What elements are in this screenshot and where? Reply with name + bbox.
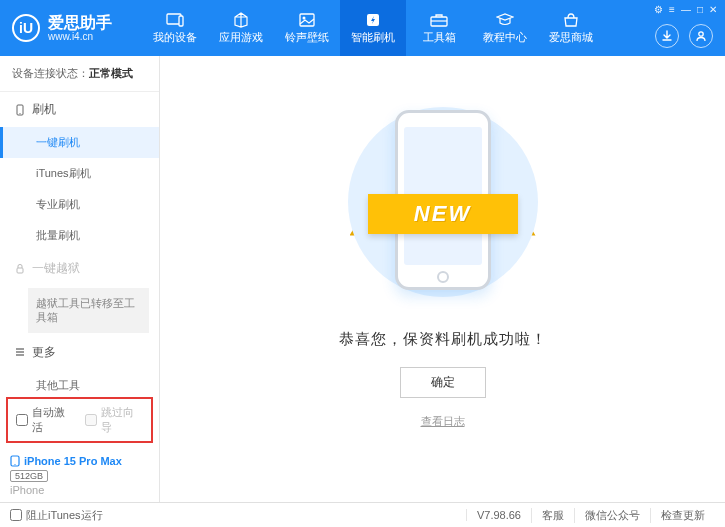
app-name: 爱思助手 [48,15,112,31]
logo-icon: iU [12,14,40,42]
svg-rect-10 [17,268,23,273]
nav-smart-flash[interactable]: 智能刷机 [340,0,406,56]
sidebar-group-jailbreak: 一键越狱 [0,251,159,286]
list-icon [14,346,26,358]
phone-icon [10,455,20,467]
maximize-icon[interactable]: □ [697,4,703,15]
site-url: www.i4.cn [48,31,112,42]
view-log-link[interactable]: 查看日志 [421,414,465,429]
sidebar-group-more[interactable]: 更多 [0,335,159,370]
main-nav: 我的设备 应用游戏 铃声壁纸 智能刷机 工具箱 教程中心 爱思商城 [142,0,604,56]
nav-store[interactable]: 爱思商城 [538,0,604,56]
svg-point-7 [699,32,703,36]
menu-icon[interactable]: ≡ [669,4,675,15]
status-bar: 阻止iTunes运行 V7.98.66 客服 微信公众号 检查更新 [0,502,725,527]
phone-icon [14,104,26,116]
wechat-link[interactable]: 微信公众号 [574,508,650,523]
minimize-icon[interactable]: — [681,4,691,15]
checkbox-block-itunes[interactable]: 阻止iTunes运行 [10,508,103,523]
settings-icon[interactable]: ⚙ [654,4,663,15]
sidebar-item-pro-flash[interactable]: 专业刷机 [0,189,159,220]
sidebar-item-oneclick-flash[interactable]: 一键刷机 [0,127,159,158]
nav-apps-games[interactable]: 应用游戏 [208,0,274,56]
check-update-link[interactable]: 检查更新 [650,508,715,523]
nav-ringtone-wallpaper[interactable]: 铃声壁纸 [274,0,340,56]
nav-my-device[interactable]: 我的设备 [142,0,208,56]
confirm-button[interactable]: 确定 [400,367,486,398]
sidebar-item-batch-flash[interactable]: 批量刷机 [0,220,159,251]
svg-rect-1 [179,16,183,26]
checkbox-auto-activate[interactable]: 自动激活 [16,405,75,435]
svg-point-9 [19,112,20,113]
device-type: iPhone [10,484,149,496]
device-info[interactable]: iPhone 15 Pro Max 512GB iPhone [0,449,159,502]
svg-point-15 [14,464,15,465]
nav-tutorials[interactable]: 教程中心 [472,0,538,56]
download-button[interactable] [655,24,679,48]
sidebar: 设备连接状态：正常模式 刷机 一键刷机 iTunes刷机 专业刷机 批量刷机 一… [0,56,160,502]
success-illustration: NEW [368,102,518,312]
sidebar-item-other-tools[interactable]: 其他工具 [0,370,159,393]
version-label: V7.98.66 [466,509,531,521]
sidebar-group-flash[interactable]: 刷机 [0,92,159,127]
success-message: 恭喜您，保资料刷机成功啦！ [339,330,547,349]
user-button[interactable] [689,24,713,48]
activation-options: 自动激活 跳过向导 [6,397,153,443]
nav-toolbox[interactable]: 工具箱 [406,0,472,56]
logo: iU 爱思助手 www.i4.cn [12,14,142,42]
window-controls: ⚙ ≡ — □ ✕ [654,4,717,15]
close-icon[interactable]: ✕ [709,4,717,15]
title-bar: iU 爱思助手 www.i4.cn 我的设备 应用游戏 铃声壁纸 智能刷机 工具… [0,0,725,56]
device-storage: 512GB [10,470,48,482]
sidebar-item-itunes-flash[interactable]: iTunes刷机 [0,158,159,189]
sidebar-jailbreak-note: 越狱工具已转移至工具箱 [28,288,149,333]
customer-service-link[interactable]: 客服 [531,508,574,523]
device-status: 设备连接状态：正常模式 [0,56,159,92]
main-panel: NEW 恭喜您，保资料刷机成功啦！ 确定 查看日志 [160,56,725,502]
svg-point-3 [303,16,306,19]
checkbox-skip-guide[interactable]: 跳过向导 [85,405,144,435]
ribbon-text: NEW [414,201,471,227]
lock-icon [14,263,26,275]
